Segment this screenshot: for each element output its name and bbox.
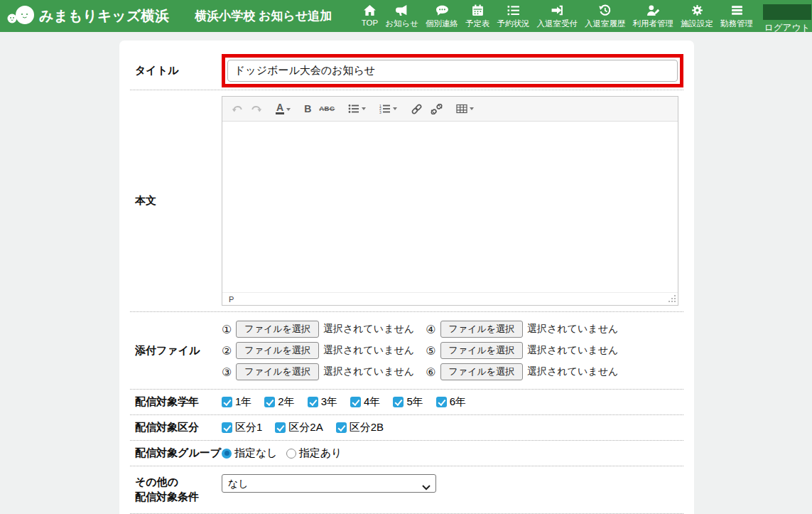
redo-button[interactable] xyxy=(248,102,265,115)
choose-file-button[interactable]: ファイルを選択 xyxy=(236,342,319,359)
checkbox-checked-icon xyxy=(393,397,404,407)
file-slot-3: ③ ファイルを選択 選択されていません xyxy=(222,363,414,380)
undo-button[interactable] xyxy=(229,102,246,115)
comment-icon xyxy=(435,4,449,16)
nav-item-user-management[interactable]: 利用者管理 xyxy=(629,4,678,29)
attachment-slots: ① ファイルを選択 選択されていません ④ ファイルを選択 選択されていません … xyxy=(222,321,618,380)
unlink-icon xyxy=(431,104,443,114)
mascot-icon xyxy=(6,4,36,29)
link-icon xyxy=(411,104,423,114)
grade-checkbox-5[interactable]: 5年 xyxy=(393,395,423,409)
file-status-text: 選択されていません xyxy=(323,323,414,336)
category-options: 区分1 区分2A 区分2B xyxy=(222,421,384,434)
nav-item-entry-history[interactable]: 入退室履歴 xyxy=(581,4,629,29)
editor-statusbar: P xyxy=(222,292,678,305)
checkbox-checked-icon xyxy=(264,397,275,407)
grades-row: 配信対象学年 1年 2年 3年 4年 5年 6年 xyxy=(130,390,683,415)
history-icon xyxy=(598,4,612,16)
slot-number: ⑤ xyxy=(426,344,435,358)
strikethrough-button[interactable]: ABC xyxy=(316,102,337,115)
choose-file-button[interactable]: ファイルを選択 xyxy=(440,342,524,359)
grade-checkbox-1[interactable]: 1年 xyxy=(222,395,251,409)
other-conditions-label-line2: 配信対象条件 xyxy=(135,489,222,504)
checkbox-checked-icon xyxy=(308,397,318,407)
nav-label: 勤務管理 xyxy=(720,18,753,29)
file-slot-4: ④ ファイルを選択 選択されていません xyxy=(426,321,618,338)
table-button[interactable] xyxy=(453,102,477,115)
checkbox-label: 区分2A xyxy=(288,421,323,434)
choose-file-button[interactable]: ファイルを選択 xyxy=(440,363,524,380)
resize-grip-icon[interactable] xyxy=(668,295,676,304)
categories-label: 配信対象区分 xyxy=(130,421,222,434)
other-conditions-row: その他の 配信対象条件 なし xyxy=(130,466,683,514)
nav-item-work-management[interactable]: 勤務管理 xyxy=(717,4,757,29)
choose-file-button[interactable]: ファイルを選択 xyxy=(236,321,319,338)
bullet-list-button[interactable] xyxy=(345,102,369,115)
group-radio-specified[interactable]: 指定あり xyxy=(286,446,342,460)
checkbox-checked-icon xyxy=(222,422,232,433)
group-label: 配信対象グループ xyxy=(130,446,222,460)
body-row: 本文 A B ABC xyxy=(130,90,683,312)
other-conditions-label-line1: その他の xyxy=(135,474,222,489)
group-radio-none[interactable]: 指定なし xyxy=(222,446,278,460)
nav-item-facility-settings[interactable]: 施設設定 xyxy=(677,4,717,29)
checkbox-checked-icon xyxy=(350,397,361,407)
nav-label: 予定表 xyxy=(465,18,490,29)
title-input[interactable] xyxy=(227,60,678,82)
insert-link-button[interactable] xyxy=(408,102,426,116)
brand-logo[interactable]: みまもりキッズ横浜 xyxy=(0,0,169,32)
slot-number: ④ xyxy=(426,323,435,336)
announcement-form: タイトル 本文 A B A xyxy=(119,41,694,514)
file-status-text: 選択されていません xyxy=(323,365,414,378)
radio-unselected-icon xyxy=(286,449,296,459)
rich-text-editor: A B ABC 123 xyxy=(222,96,678,306)
nav-label: TOP xyxy=(362,18,378,27)
file-slot-2: ② ファイルを選択 選択されていません xyxy=(222,342,414,359)
nav-item-news[interactable]: お知らせ xyxy=(381,4,422,29)
grade-checkbox-6[interactable]: 6年 xyxy=(436,395,466,409)
categories-row: 配信対象区分 区分1 区分2A 区分2B xyxy=(130,415,683,441)
checkbox-checked-icon xyxy=(436,397,447,407)
nav-item-entry-reception[interactable]: 入退室受付 xyxy=(534,4,582,29)
nav-item-top[interactable]: TOP xyxy=(358,4,381,27)
radio-label: 指定あり xyxy=(299,446,342,460)
editor-content-area[interactable] xyxy=(222,122,678,292)
group-options: 指定なし 指定あり xyxy=(222,446,342,460)
choose-file-button[interactable]: ファイルを選択 xyxy=(236,363,319,380)
forecolor-icon: A xyxy=(276,103,284,114)
logout-button[interactable]: ログアウト xyxy=(760,4,812,34)
chevron-down-icon xyxy=(470,107,474,110)
category-checkbox-1[interactable]: 区分1 xyxy=(222,421,262,434)
sign-in-icon xyxy=(551,4,564,16)
file-status-text: 選択されていません xyxy=(323,344,414,357)
numbered-list-button[interactable]: 123 xyxy=(377,102,400,115)
table-icon xyxy=(456,104,467,114)
other-conditions-select[interactable]: なし xyxy=(222,474,436,493)
slot-number: ③ xyxy=(222,365,232,379)
grade-checkbox-2[interactable]: 2年 xyxy=(264,395,294,409)
bold-button[interactable]: B xyxy=(301,102,314,116)
checkbox-label: 4年 xyxy=(364,395,380,409)
remove-link-button[interactable] xyxy=(428,102,445,116)
nav-item-reservations[interactable]: 予約状況 xyxy=(494,4,534,29)
file-status-text: 選択されていません xyxy=(527,323,618,336)
logout-box-icon xyxy=(763,4,811,20)
nav-item-direct-contact[interactable]: 個別連絡 xyxy=(422,4,462,29)
choose-file-button[interactable]: ファイルを選択 xyxy=(440,321,524,338)
radio-selected-icon xyxy=(222,449,232,459)
forecolor-button[interactable]: A xyxy=(273,102,293,116)
grade-options: 1年 2年 3年 4年 5年 6年 xyxy=(222,395,466,409)
category-checkbox-2b[interactable]: 区分2B xyxy=(336,421,384,434)
title-label: タイトル xyxy=(130,64,222,77)
grade-checkbox-4[interactable]: 4年 xyxy=(350,395,380,409)
numbered-list-icon: 123 xyxy=(379,104,391,114)
chevron-down-icon xyxy=(286,108,291,111)
slot-number: ② xyxy=(222,344,232,358)
checkbox-label: 3年 xyxy=(321,395,337,409)
nav-item-schedule[interactable]: 予定表 xyxy=(462,4,494,29)
calendar-icon xyxy=(471,4,485,16)
category-checkbox-2a[interactable]: 区分2A xyxy=(275,421,323,434)
nav-label: お知らせ xyxy=(385,18,418,29)
main-nav: TOP お知らせ 個別連絡 予定表 予約状況 xyxy=(358,0,812,32)
grade-checkbox-3[interactable]: 3年 xyxy=(308,395,337,409)
